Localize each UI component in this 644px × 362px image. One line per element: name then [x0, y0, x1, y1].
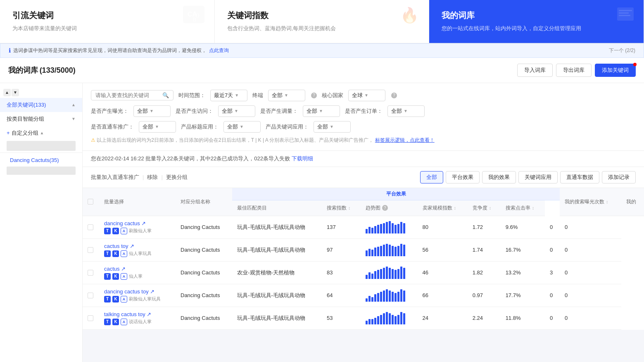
row-search-ctr-cell: 17.7% [501, 284, 545, 307]
tag-text: 仙人掌 [129, 273, 143, 279]
card-library-desc: 您的一站式在线词库，站内外词导入，自定义分组管理应用 [442, 24, 631, 33]
row-trend-cell [361, 238, 418, 261]
card-library-title: 我的词库 [442, 10, 631, 21]
svg-rect-7 [619, 15, 630, 16]
sidebar-item-custom-group[interactable]: + 自定义分组 ▲ [0, 126, 82, 140]
sidebar-nav-up[interactable]: ▲ [3, 89, 11, 96]
card-keyword-index[interactable]: 关键词指数 包含行业热词、蓝海趋势词,每周关注把握机会 🔥 [215, 0, 430, 43]
sales-order-select[interactable]: 全部 ▼ [387, 105, 425, 117]
row-search-index: 137 [327, 224, 336, 230]
tag-t: T [104, 273, 111, 280]
add-keyword-button[interactable]: 添加关键词 [595, 64, 636, 77]
keyword-search-input[interactable] [95, 92, 162, 98]
tag-k: K [112, 250, 119, 257]
import-library-button[interactable]: 导入词库 [517, 64, 553, 77]
sidebar-item-all-keywords[interactable]: 全部关键词(133) ▲ [0, 98, 82, 112]
terminal-select[interactable]: 全部 ▼ [268, 90, 305, 101]
keyword-search-input-wrapper[interactable]: 🔍 [91, 90, 173, 100]
sidebar-divider [0, 152, 82, 153]
sidebar-nav-down[interactable]: ▼ [12, 89, 19, 96]
smart-group-label: 按类目智能分组 [7, 115, 44, 123]
sidebar-item-dancing-cactuts[interactable]: Dancing Cactuts(35) [0, 155, 82, 166]
action-left: 批量加入直通车推广 | 移除 | 更换分组 [91, 174, 188, 181]
row-search-index-cell: 64 [322, 284, 361, 307]
competition-sort[interactable]: ↕ [489, 205, 492, 210]
th-batch-select: 批量选择 [99, 188, 176, 216]
row-my-exposure-cell: 0 [545, 284, 560, 307]
filter-row-1: 🔍 时间范围： 最近7天 ▼ 终端 全部 ▼ ? 核心国家 全球 ▼ ? [91, 90, 636, 101]
keyword-apply-select[interactable]: 全部 ▼ [314, 121, 351, 133]
import-notice-link[interactable]: 下载明细 [292, 155, 313, 162]
tab-direct-traffic[interactable]: 直通车数据 [560, 171, 599, 183]
seller-scale-sort[interactable]: ↕ [454, 205, 456, 210]
row-seller-scale-cell: 24 [418, 307, 468, 329]
table-row: dancing cactus toy ↗ TKA 刷脸仙人掌玩具 Dancing… [83, 284, 644, 307]
search-ctr-sort[interactable]: ↕ [532, 205, 535, 210]
title-apply-select[interactable]: 全部 ▼ [223, 121, 261, 133]
row-checkbox-cell [83, 307, 99, 329]
row-my-exposure-cell: 0 [545, 238, 560, 261]
keyword-link[interactable]: talking cactus toy ↗ [104, 311, 151, 317]
terminal-info-icon[interactable]: ? [311, 93, 317, 98]
core-country-label: 核心国家 [322, 92, 343, 99]
core-country-value: 全球 [352, 92, 363, 99]
row-my-exposure: 3 [550, 269, 553, 276]
remove-btn[interactable]: 移除 [147, 174, 158, 181]
direct-promote-select[interactable]: 全部 ▼ [139, 121, 176, 133]
tag-row: TKA 说话仙人掌 [104, 319, 171, 325]
keyword-link[interactable]: cactus toy ↗ [104, 243, 134, 249]
order-arrow: ▼ [319, 109, 323, 113]
filter-note-link[interactable]: 标签展示逻辑，点此查看！ [375, 137, 435, 143]
keyword-link[interactable]: dancing cactus toy ↗ [104, 288, 154, 295]
keyword-link[interactable]: cactus ↗ [104, 266, 126, 272]
exposure-select[interactable]: 全部 ▼ [133, 105, 171, 117]
library-icon [615, 4, 635, 28]
core-country-select[interactable]: 全球 ▼ [348, 90, 385, 101]
tag-k: K [112, 319, 119, 325]
batch-add-btn[interactable]: 批量加入直通车推广 [91, 174, 139, 181]
time-range-select[interactable]: 最近7天 ▼ [210, 90, 247, 101]
sidebar-item-smart-group[interactable]: 按类目智能分组 ▼ [0, 112, 82, 126]
title-apply-label: 产品标题应用： [181, 123, 219, 131]
tag-text: 仙人掌玩具 [129, 250, 152, 257]
direct-promote-value: 全部 [143, 123, 153, 131]
notification-dot [633, 63, 637, 66]
tab-platform-effect[interactable]: 平台效果 [446, 171, 480, 183]
row-trend-cell [361, 284, 418, 307]
country-info-icon[interactable]: ? [391, 93, 397, 98]
notice-link[interactable]: 点此查询 [209, 47, 229, 54]
visit-select[interactable]: 全部 ▼ [218, 105, 255, 117]
row-best-match-cell: 玩具-毛绒玩具-毛绒玩具动物 [232, 216, 322, 238]
export-library-button[interactable]: 导出词库 [556, 64, 592, 77]
row-checkbox[interactable] [88, 247, 93, 253]
th-group-name: 对应分组名称 [176, 188, 232, 216]
keyword-link[interactable]: dancing cactus ↗ [104, 220, 146, 226]
terminal-arrow: ▼ [284, 93, 288, 98]
add-custom-group-icon[interactable]: + [7, 130, 10, 136]
search-index-sort[interactable]: ↕ [348, 205, 351, 210]
card-traffic-keywords[interactable]: 引流关键词 为本店铺带来流量的关键词 CA B D [0, 0, 215, 43]
card-keyword-title: 关键词指数 [227, 10, 417, 21]
tab-add-record[interactable]: 添加记录 [602, 171, 636, 183]
tab-all[interactable]: 全部 [420, 171, 443, 183]
row-my-exposure: 0 [550, 292, 553, 298]
notice-bar: ℹ 选词参谋中热词等是买家搜索的常见呈现，词使用请自助查询是否为品牌词，避免侵权… [0, 43, 644, 58]
tab-my-effect[interactable]: 我的效果 [482, 171, 516, 183]
row-checkbox[interactable] [88, 315, 93, 321]
row-checkbox[interactable] [88, 293, 93, 298]
row-competition-cell: 2.24 [468, 307, 501, 329]
card-my-library[interactable]: 我的词库 您的一站式在线词库，站内外词导入，自定义分组管理应用 [429, 0, 644, 43]
row-checkbox[interactable] [88, 224, 93, 230]
row-checkbox[interactable] [88, 270, 93, 276]
change-group-btn[interactable]: 更换分组 [166, 174, 188, 181]
row-best-match: 农业-观赏植物-天然植物 [237, 269, 295, 276]
row-my-exposure: 0 [550, 224, 553, 230]
order-select[interactable]: 全部 ▼ [303, 105, 340, 117]
row-competition: 1.72 [473, 224, 483, 230]
select-all-checkbox[interactable] [88, 199, 93, 205]
trend-info-icon[interactable]: ? [382, 205, 388, 211]
page-header: 我的词库 (133/5000) 导入词库 导出词库 添加关键词 [0, 58, 644, 83]
sidebar: ▲ ▼ 全部关键词(133) ▲ 按类目智能分组 ▼ + 自定义分组 ▲ Dan… [0, 83, 83, 362]
my-search-exposure-sort[interactable]: ↕ [606, 199, 608, 204]
tab-keyword-apply[interactable]: 关键词应用 [518, 171, 558, 183]
